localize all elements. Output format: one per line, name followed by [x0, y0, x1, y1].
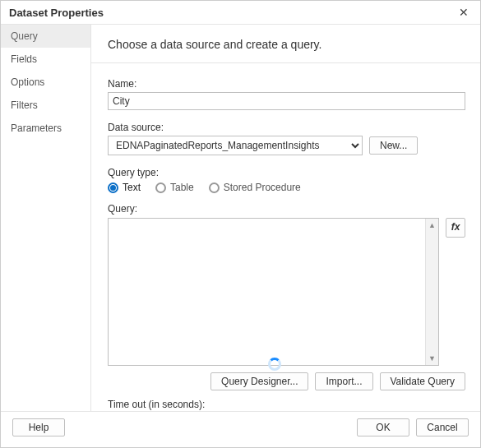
cancel-button[interactable]: Cancel: [416, 418, 469, 436]
sidebar: Query Fields Options Filters Parameters: [1, 25, 91, 411]
name-label: Name:: [108, 78, 465, 90]
sidebar-item-label: Parameters: [11, 122, 62, 134]
sidebar-item-filters[interactable]: Filters: [1, 94, 90, 117]
sidebar-item-parameters[interactable]: Parameters: [1, 117, 90, 140]
querytype-radio-storedproc[interactable]: Stored Procedure: [209, 182, 301, 193]
close-icon[interactable]: ✕: [456, 6, 472, 19]
datasource-label: Data source:: [108, 122, 465, 133]
titlebar: Dataset Properties ✕: [1, 1, 480, 25]
dialog-body: Query Fields Options Filters Parameters …: [1, 25, 480, 411]
sidebar-item-label: Options: [11, 76, 44, 88]
footer: Help OK Cancel: [1, 411, 480, 443]
ok-button[interactable]: OK: [357, 418, 409, 436]
scroll-down-icon[interactable]: ▼: [426, 352, 438, 365]
query-designer-button[interactable]: Query Designer...: [210, 372, 308, 390]
sidebar-item-label: Query: [11, 30, 38, 42]
main-panel: Choose a data source and create a query.…: [91, 25, 480, 411]
window-title: Dataset Properties: [9, 7, 104, 19]
radio-label: Text: [123, 182, 141, 193]
querytype-label: Query type:: [108, 167, 465, 178]
import-button[interactable]: Import...: [315, 372, 372, 390]
datasource-select[interactable]: EDNAPaginatedReports_ManagementInsights: [108, 136, 363, 155]
sidebar-item-query[interactable]: Query: [1, 25, 90, 48]
query-scrollbar[interactable]: ▲ ▼: [425, 219, 438, 365]
page-heading: Choose a data source and create a query.: [91, 25, 480, 63]
query-label: Query:: [108, 203, 465, 215]
sidebar-item-fields[interactable]: Fields: [1, 48, 90, 71]
sidebar-item-options[interactable]: Options: [1, 71, 90, 94]
query-actions: Query Designer... Import... Validate Que…: [108, 372, 465, 390]
scroll-up-icon[interactable]: ▲: [426, 219, 438, 232]
name-input[interactable]: [108, 92, 465, 110]
query-textarea[interactable]: [109, 219, 425, 365]
radio-icon: [209, 182, 220, 193]
expression-button[interactable]: fx: [446, 218, 465, 238]
validate-query-button[interactable]: Validate Query: [380, 372, 466, 390]
radio-icon: [108, 182, 118, 193]
form-area: Name: Data source: EDNAPaginatedReports_…: [91, 63, 480, 411]
sidebar-item-label: Fields: [11, 53, 37, 65]
querytype-radio-group: Text Table Stored Procedure: [108, 182, 465, 193]
radio-label: Table: [170, 182, 194, 193]
radio-icon: [155, 182, 166, 193]
querytype-radio-text[interactable]: Text: [108, 182, 141, 193]
query-box: ▲ ▼: [108, 218, 439, 366]
new-datasource-button[interactable]: New...: [369, 136, 418, 155]
timeout-label: Time out (in seconds):: [108, 399, 465, 410]
querytype-radio-table[interactable]: Table: [155, 182, 194, 193]
radio-label: Stored Procedure: [224, 182, 301, 193]
busy-cursor-icon: [268, 358, 281, 371]
sidebar-item-label: Filters: [11, 99, 38, 111]
help-button[interactable]: Help: [12, 418, 65, 436]
